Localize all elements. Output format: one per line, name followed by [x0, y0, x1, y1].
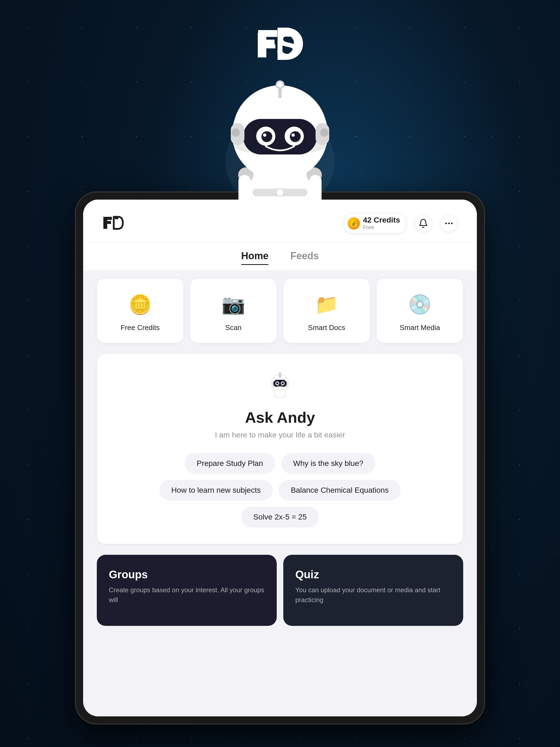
chip-solve-equation[interactable]: Solve 2x-5 = 25 — [241, 507, 319, 527]
svg-point-23 — [263, 133, 266, 137]
suggestion-chips: Prepare Study Plan Why is the sky blue? … — [110, 453, 450, 527]
groups-title: Groups — [109, 568, 265, 581]
svg-point-44 — [282, 382, 284, 384]
chip-row-2: How to learn new subjects Balance Chemic… — [159, 480, 401, 500]
svg-point-29 — [253, 90, 297, 118]
chip-row-3: Solve 2x-5 = 25 — [241, 507, 319, 527]
scan-icon: 📷 — [220, 291, 247, 318]
device-screen: 💰 42 Credits Free — [83, 200, 477, 716]
free-credits-label: Free Credits — [121, 324, 160, 332]
smart-docs-icon: 📁 — [313, 291, 340, 318]
svg-point-10 — [236, 201, 253, 215]
free-credits-icon: 🪙 — [127, 291, 154, 318]
feature-cards: 🪙 Free Credits 📷 Scan 📁 Smart Docs 💿 Sma… — [97, 279, 463, 343]
quiz-title: Quiz — [295, 568, 451, 581]
smart-media-icon: 💿 — [406, 291, 434, 318]
andy-avatar — [263, 370, 297, 403]
nav-tabs: Home Feeds — [83, 242, 477, 271]
notification-button[interactable] — [414, 215, 432, 232]
robot-svg — [198, 68, 362, 232]
chip-row-1: Prepare Study Plan Why is the sky blue? — [184, 453, 376, 474]
svg-point-19 — [261, 131, 272, 142]
svg-point-46 — [279, 372, 281, 375]
feature-card-smart-media[interactable]: 💿 Smart Media — [377, 279, 463, 343]
svg-point-35 — [451, 223, 453, 224]
smart-docs-label: Smart Docs — [308, 324, 345, 332]
groups-card[interactable]: Groups Create groups based on your inter… — [97, 555, 277, 626]
svg-point-33 — [446, 223, 447, 224]
svg-rect-9 — [309, 175, 322, 205]
chip-why-sky-blue[interactable]: Why is the sky blue? — [281, 453, 376, 474]
device-frame: 💰 42 Credits Free — [75, 191, 485, 725]
feature-card-free-credits[interactable]: 🪙 Free Credits — [97, 279, 183, 343]
svg-rect-8 — [238, 175, 251, 205]
svg-point-24 — [291, 133, 295, 137]
tab-home[interactable]: Home — [241, 250, 269, 265]
menu-button[interactable] — [440, 215, 458, 232]
app-content: 💰 42 Credits Free — [83, 200, 477, 716]
svg-point-43 — [276, 382, 278, 384]
feature-card-scan[interactable]: 📷 Scan — [190, 279, 277, 343]
tab-feeds[interactable]: Feeds — [290, 250, 319, 265]
groups-desc: Create groups based on your interest. Al… — [109, 585, 265, 605]
chip-how-to-learn[interactable]: How to learn new subjects — [159, 480, 273, 500]
bottom-cards: Groups Create groups based on your inter… — [97, 555, 463, 626]
quiz-desc: You can upload your document or media an… — [295, 585, 451, 605]
feature-card-smart-docs[interactable]: 📁 Smart Docs — [283, 279, 370, 343]
chip-prepare-study-plan[interactable]: Prepare Study Plan — [184, 453, 275, 474]
smart-media-label: Smart Media — [400, 324, 440, 332]
quiz-card[interactable]: Quiz You can upload your document or med… — [283, 555, 463, 626]
svg-point-27 — [232, 129, 240, 137]
ask-andy-subtitle: I am here to make your life a bit easier — [215, 431, 345, 439]
svg-rect-37 — [275, 390, 285, 397]
ask-andy-section: Ask Andy I am here to make your life a b… — [97, 354, 463, 544]
ask-andy-title: Ask Andy — [245, 409, 315, 426]
svg-point-5 — [276, 189, 284, 196]
scan-label: Scan — [225, 324, 241, 332]
svg-point-34 — [448, 223, 450, 224]
svg-point-11 — [307, 201, 324, 215]
chip-balance-equations[interactable]: Balance Chemical Equations — [279, 480, 401, 500]
svg-rect-16 — [243, 119, 317, 154]
header-logo — [102, 215, 124, 232]
svg-point-32 — [277, 82, 283, 87]
svg-point-20 — [290, 131, 301, 142]
robot-mascot — [184, 55, 376, 246]
svg-point-28 — [320, 129, 328, 137]
scroll-content[interactable]: 🪙 Free Credits 📷 Scan 📁 Smart Docs 💿 Sma… — [83, 271, 477, 716]
